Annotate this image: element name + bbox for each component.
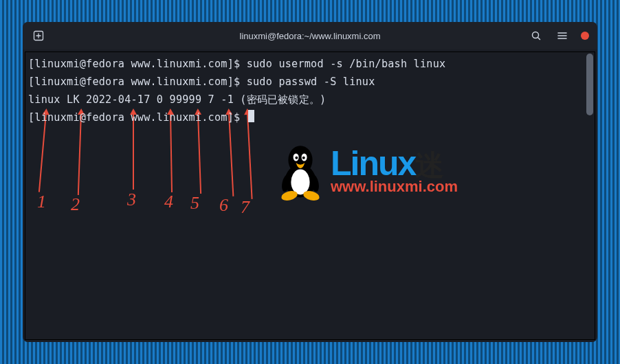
watermark-brand: Linux迷 [331,146,458,181]
new-tab-icon[interactable] [31,28,46,43]
line-2: [linuxmi@fedora www.linuxmi.com]$ sudo p… [28,73,592,91]
cursor [248,110,254,122]
terminal-output: [linuxmi@fedora www.linuxmi.com]$ sudo u… [25,52,595,129]
prompt: [linuxmi@fedora www.linuxmi.com]$ [28,111,247,124]
titlebar: linuxmi@fedora:~/www.linuxmi.com [23,22,597,49]
terminal-window: linuxmi@fedora:~/www.linuxmi.com [linuxm… [23,22,597,342]
content-area[interactable]: [linuxmi@fedora www.linuxmi.com]$ sudo u… [25,52,595,340]
label-7: 7 [241,197,250,218]
terminal-body: [linuxmi@fedora www.linuxmi.com]$ sudo u… [23,49,597,342]
line-4: [linuxmi@fedora www.linuxmi.com]$ [28,109,592,126]
output-1: linux LK 2022-04-17 0 99999 7 -1 (密码已被锁定… [28,91,592,109]
label-2: 2 [71,194,80,215]
label-6: 6 [219,195,228,216]
window-title: linuxmi@fedora:~/www.linuxmi.com [239,31,380,41]
label-4: 4 [164,192,173,212]
svg-point-8 [302,157,305,159]
svg-point-7 [295,157,298,159]
svg-point-4 [291,170,309,195]
close-icon[interactable] [581,32,589,40]
menu-icon[interactable] [555,28,570,43]
search-icon[interactable] [529,28,544,43]
prompt: [linuxmi@fedora www.linuxmi.com]$ [28,58,247,70]
label-1: 1 [37,192,46,212]
command-1: sudo usermod -s /bin/bash linux [247,58,446,70]
command-2: sudo passwd -S linux [247,76,375,88]
watermark-url: www.linuxmi.com [331,178,458,196]
prompt: [linuxmi@fedora www.linuxmi.com]$ [28,76,247,88]
watermark: Linux迷 www.linuxmi.com [273,138,589,204]
label-3: 3 [127,190,136,210]
line-1: [linuxmi@fedora www.linuxmi.com]$ sudo u… [28,55,592,73]
tux-icon [273,138,328,204]
label-5: 5 [190,193,199,214]
